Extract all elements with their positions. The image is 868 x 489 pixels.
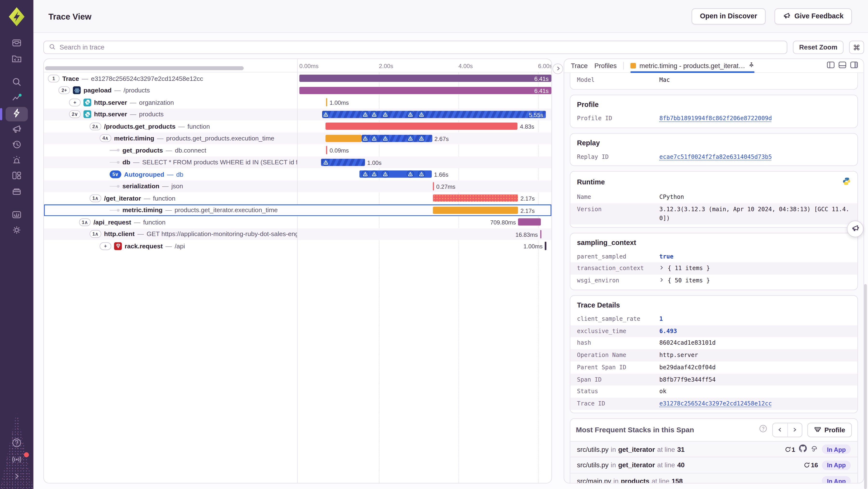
- span-bar[interactable]: [326, 146, 328, 154]
- span-bar[interactable]: [300, 87, 551, 94]
- span-bar[interactable]: [540, 230, 541, 238]
- help-icon[interactable]: [759, 425, 767, 435]
- span-children-badge[interactable]: 2∨: [69, 110, 81, 118]
- span-children-badge[interactable]: 1∧: [90, 194, 101, 202]
- sidebar-item-alerts[interactable]: [5, 154, 28, 168]
- span-children-badge[interactable]: 2∧: [90, 122, 101, 130]
- span-op: http.server: [94, 99, 127, 106]
- tab-trace[interactable]: Trace: [571, 59, 588, 73]
- span-bar[interactable]: [326, 98, 328, 107]
- error-badge-icon[interactable]: [407, 135, 414, 142]
- stack-frame-row[interactable]: src/utils.pyinget_iteratorat line311In A…: [570, 441, 858, 457]
- error-badge-icon[interactable]: [382, 135, 389, 142]
- broadcast-icon: [11, 454, 22, 467]
- error-badge-icon[interactable]: [371, 111, 378, 118]
- span-bar[interactable]: [326, 135, 362, 142]
- expandable-value[interactable]: { 50 items }: [659, 276, 710, 285]
- value-link[interactable]: 8fb7bb1891994f8c862f206e8722009d: [659, 114, 772, 123]
- span-children-badge[interactable]: 4∧: [100, 135, 111, 142]
- error-badge-icon[interactable]: [407, 170, 414, 178]
- timeline-tick-label: 4.00s: [459, 62, 473, 69]
- span-children-badge[interactable]: 1∧: [79, 218, 91, 226]
- sidebar-item-feedback[interactable]: [5, 123, 28, 137]
- span-description: /api: [175, 243, 185, 250]
- sidebar-collapse-button[interactable]: [5, 470, 28, 485]
- span-children-badge[interactable]: 1: [48, 75, 59, 82]
- span-bar[interactable]: [433, 206, 518, 213]
- tree-connector: [110, 149, 120, 152]
- value-link[interactable]: ecae7c51f0024f2fa82e6314045d73b5: [659, 152, 772, 161]
- span-bar[interactable]: [518, 219, 541, 226]
- card-title: sampling_context: [570, 237, 858, 250]
- sidebar-item-issues[interactable]: [5, 37, 28, 51]
- span-children-badge[interactable]: 2+: [58, 86, 70, 94]
- trace-row[interactable]: metric.timing—products.get_iterator.exec…: [44, 204, 551, 216]
- give-feedback-button[interactable]: Give Feedback: [774, 8, 852, 24]
- sidebar-item-dashboards[interactable]: [5, 169, 28, 184]
- search-input[interactable]: Search in trace: [43, 40, 787, 54]
- key: hash: [577, 339, 659, 348]
- layout-split-bottom-icon[interactable]: [839, 61, 846, 71]
- reset-zoom-button[interactable]: Reset Zoom: [793, 40, 843, 54]
- error-badge-icon[interactable]: [418, 135, 425, 142]
- span-children-badge[interactable]: 1∧: [90, 230, 101, 238]
- tree-timeline-divider[interactable]: [297, 59, 298, 483]
- tree-horizontal-scrollbar[interactable]: [45, 66, 244, 70]
- profile-button[interactable]: Profile: [807, 423, 852, 437]
- error-badge-icon[interactable]: [322, 159, 329, 166]
- open-in-discover-button[interactable]: Open in Discover: [691, 8, 765, 24]
- stack-frame-row[interactable]: src/main.pyinproductsat line158In App: [570, 473, 858, 483]
- stack-frame-row[interactable]: src/utils.pyinget_iteratorat line4016In …: [570, 457, 858, 473]
- span-bar[interactable]: [433, 182, 434, 190]
- prev-stack-button[interactable]: [773, 423, 787, 436]
- tab-span-details[interactable]: metric.timing - products.get_iterat…: [630, 59, 755, 73]
- sidebar-item-projects[interactable]: [5, 52, 28, 67]
- value-link[interactable]: e31278c256524c3297e2cd12458e12cc: [659, 399, 772, 408]
- next-stack-button[interactable]: [787, 423, 802, 436]
- error-badge-icon[interactable]: [407, 111, 414, 118]
- error-badge-icon[interactable]: [371, 170, 378, 178]
- error-badge-icon[interactable]: [322, 111, 329, 118]
- span-duration: 6.41s: [534, 87, 549, 94]
- key-value-row: Statusok: [570, 385, 858, 398]
- sidebar-item-performance[interactable]: [5, 107, 28, 121]
- sidebar-item-stats[interactable]: [5, 185, 28, 199]
- seer-icon[interactable]: [811, 445, 818, 454]
- error-badge-icon[interactable]: [418, 111, 425, 118]
- span-children-badge[interactable]: +: [69, 98, 81, 106]
- card-title: Profile: [570, 99, 858, 112]
- sentry-logo-icon[interactable]: [7, 7, 26, 29]
- sidebar-item-settings[interactable]: [5, 224, 28, 238]
- frame-function: products: [621, 477, 649, 483]
- span-children-badge[interactable]: 5∨: [110, 170, 121, 178]
- details-panel-toggle-button[interactable]: [553, 63, 563, 74]
- shortcut-button[interactable]: ⌘: [849, 40, 864, 54]
- layout-split-right-icon[interactable]: [850, 61, 858, 71]
- sidebar-item-monitors[interactable]: [5, 208, 28, 223]
- sidebar-item-explore[interactable]: [5, 76, 28, 90]
- sidebar-item-help[interactable]: [5, 437, 28, 451]
- span-bar[interactable]: [545, 242, 546, 250]
- value: 6.493: [659, 326, 677, 335]
- span-bar[interactable]: [326, 123, 518, 130]
- error-badge-icon[interactable]: [371, 135, 378, 142]
- tab-profiles[interactable]: Profiles: [594, 59, 617, 73]
- span-description: db.connect: [175, 147, 206, 154]
- span-children-badge[interactable]: +: [100, 242, 111, 250]
- error-badge-icon[interactable]: [382, 170, 389, 178]
- sidebar-item-whats-new[interactable]: [5, 453, 28, 468]
- window-vertical-scrollbar[interactable]: [864, 284, 867, 489]
- span-bar[interactable]: [300, 75, 551, 82]
- floating-feedback-button[interactable]: [847, 221, 863, 237]
- span-bar[interactable]: [433, 194, 518, 202]
- sidebar-item-insights[interactable]: [5, 91, 28, 106]
- error-badge-icon[interactable]: [382, 111, 389, 118]
- github-icon[interactable]: [799, 444, 807, 454]
- frequent-stacks-section: Most Frequent Stacks in this SpanProfile…: [570, 418, 858, 483]
- error-badge-icon[interactable]: [418, 170, 425, 178]
- span-bar[interactable]: [322, 111, 546, 118]
- layout-split-left-icon[interactable]: [827, 61, 835, 71]
- sidebar-item-releases[interactable]: [5, 138, 28, 152]
- expandable-value[interactable]: { 11 items }: [659, 264, 710, 273]
- pin-icon[interactable]: [749, 62, 755, 69]
